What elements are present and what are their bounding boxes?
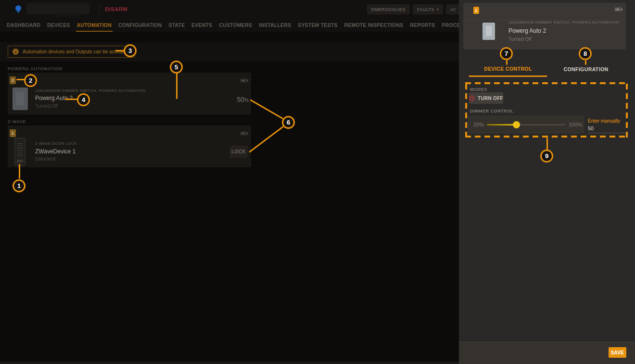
nav-reports[interactable]: REPORTS <box>407 18 438 32</box>
info-icon: i <box>13 49 19 55</box>
device-name: Powerg Auto 2 <box>508 27 546 34</box>
bottom-strip <box>0 362 459 364</box>
nav-customers[interactable]: CUSTOMERS <box>216 18 255 32</box>
nav-devices[interactable]: DEVICES <box>44 18 73 32</box>
main-nav: DASHBOARD DEVICES AUTOMATION CONFIGURATI… <box>4 18 506 32</box>
header-divider <box>99 4 100 14</box>
callout-8: 8 <box>579 47 592 60</box>
dimmer-plate <box>486 26 492 36</box>
dimmer-plate <box>16 92 24 105</box>
power-icon <box>469 96 474 101</box>
truncated-button[interactable] <box>456 4 459 14</box>
dimmer-value: 50% <box>226 96 249 103</box>
dimmer-slider-fill <box>487 124 516 126</box>
device-detail-panel <box>459 0 635 364</box>
slider-max-label: 100% <box>569 122 582 127</box>
chevron-down-icon: ▾ <box>437 7 439 12</box>
enter-manually-label: Enter manually <box>588 118 620 124</box>
callout-6: 6 <box>282 116 295 129</box>
nav-dashboard[interactable]: DASHBOARD <box>4 18 43 32</box>
dimmer-value-unit: % <box>244 98 249 103</box>
dimmer-device-image <box>13 88 28 110</box>
device-name: ZWaveDevice 1 <box>35 148 76 155</box>
lock-button[interactable]: LOCK <box>229 146 248 158</box>
zone-badge: 1 <box>10 129 16 137</box>
app-logo-subtitle <box>54 14 81 17</box>
disarm-status[interactable]: DISARM <box>105 6 127 12</box>
app-screen: DISARM EMERGENCIES FAULTS▾ ACTIONS▾ DASH… <box>0 0 635 364</box>
nav-system-tests[interactable]: SYSTEM TESTS <box>295 18 340 32</box>
lock-handle <box>17 160 23 163</box>
zone-badge: 2 <box>10 76 16 84</box>
turn-off-label: TURN OFF <box>478 96 503 101</box>
nav-state[interactable]: STATE <box>165 18 188 32</box>
dimmer-slider-thumb[interactable] <box>513 121 520 128</box>
callout-1: 1 <box>13 179 25 192</box>
device-status: Turned Off <box>35 103 58 109</box>
callout-line-5 <box>176 73 178 99</box>
dimmer-control-label: DIMMER CONTROL <box>470 109 514 113</box>
lightbulb-icon <box>14 5 22 13</box>
callout-line-7 <box>506 60 508 65</box>
callout-5: 5 <box>170 61 183 74</box>
callout-line-4 <box>65 99 78 100</box>
topbar: DISARM EMERGENCIES FAULTS▾ ACTIONS▾ DASH… <box>0 0 459 32</box>
device-status: Turned Off <box>508 37 531 42</box>
faults-label: FAULTS <box>417 7 434 12</box>
app-logo <box>26 3 90 14</box>
device-type-label: Z-WAVE DOOR LOCK <box>35 141 77 146</box>
door-lock-device-image <box>14 138 25 165</box>
battery-icon <box>615 8 622 11</box>
callout-4: 4 <box>77 93 90 106</box>
callout-line-2 <box>16 79 25 80</box>
activation-notice: i Automation devices and Outputs can be … <box>8 46 135 58</box>
turn-off-button[interactable]: TURN OFF <box>469 92 503 104</box>
device-name: Powerg Auto 2 <box>35 95 73 101</box>
lock-keypad <box>17 142 23 156</box>
battery-icon <box>241 79 247 82</box>
callout-3: 3 <box>124 44 137 57</box>
nav-remote-inspections[interactable]: REMOTE INSPECTIONS <box>342 18 406 32</box>
callout-line-6b <box>249 126 284 153</box>
faults-button[interactable]: FAULTS▾ <box>413 4 443 14</box>
callout-line-9 <box>546 138 548 150</box>
save-button[interactable]: SAVE <box>609 347 626 358</box>
device-type-label: LEEDARSON DIMMER SWITCH, POWERG AUTOMATI… <box>508 20 619 25</box>
emergencies-button[interactable]: EMERGENCIES <box>367 4 410 14</box>
manual-value-input[interactable]: 50 <box>588 126 626 131</box>
callout-9: 9 <box>540 150 553 163</box>
callout-2: 2 <box>24 74 37 87</box>
dimmer-device-image <box>483 23 495 40</box>
modes-label: MODES <box>470 87 487 92</box>
nav-configuration[interactable]: CONFIGURATION <box>115 18 165 32</box>
callout-line-1 <box>19 164 20 179</box>
device-type-label: LEEDARSON DIMMER SWITCH, POWERG AUTOMATI… <box>35 88 146 93</box>
device-status: Unlocked <box>35 156 55 162</box>
nav-installers[interactable]: INSTALLERS <box>256 18 294 32</box>
notice-text: Automation devices and Outputs can be ac… <box>23 49 128 54</box>
callout-7: 7 <box>500 47 513 60</box>
nav-events[interactable]: EVENTS <box>189 18 215 32</box>
tab-device-control[interactable]: DEVICE CONTROL <box>469 62 547 77</box>
nav-automation[interactable]: AUTOMATION <box>74 18 114 32</box>
battery-icon <box>241 132 247 135</box>
manual-input-underline <box>588 133 626 133</box>
callout-line-8 <box>585 60 586 65</box>
highlight-border-top <box>465 82 628 84</box>
dimmer-value-number: 50 <box>237 96 245 103</box>
section-title-powerg: POWERG AUTOMATION <box>8 66 63 71</box>
section-title-zwave: Z-WAVE <box>8 119 26 124</box>
slider-min-label: 20% <box>473 122 484 127</box>
emergencies-label: EMERGENCIES <box>371 7 406 12</box>
zone-badge: 2 <box>473 7 479 14</box>
highlight-border-left <box>465 82 467 138</box>
callout-line-6a <box>250 99 283 119</box>
